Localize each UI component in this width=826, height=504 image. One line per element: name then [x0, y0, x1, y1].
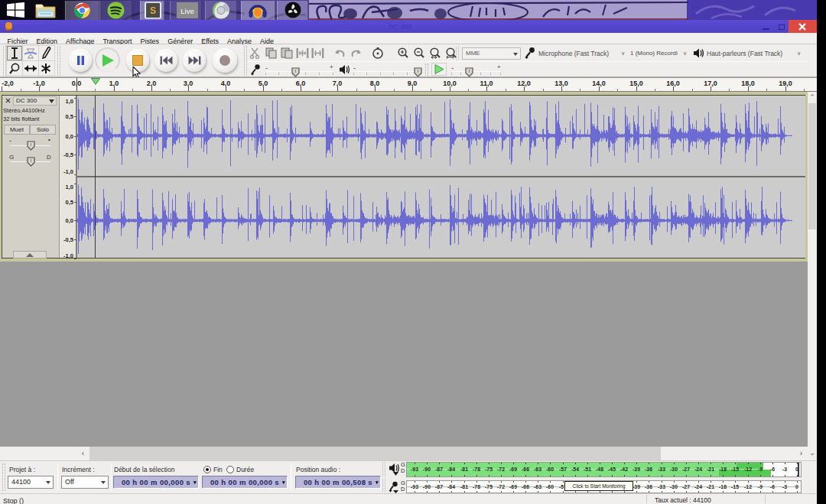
svg-text:Live: Live — [180, 7, 193, 15]
svg-text:S: S — [150, 5, 156, 16]
